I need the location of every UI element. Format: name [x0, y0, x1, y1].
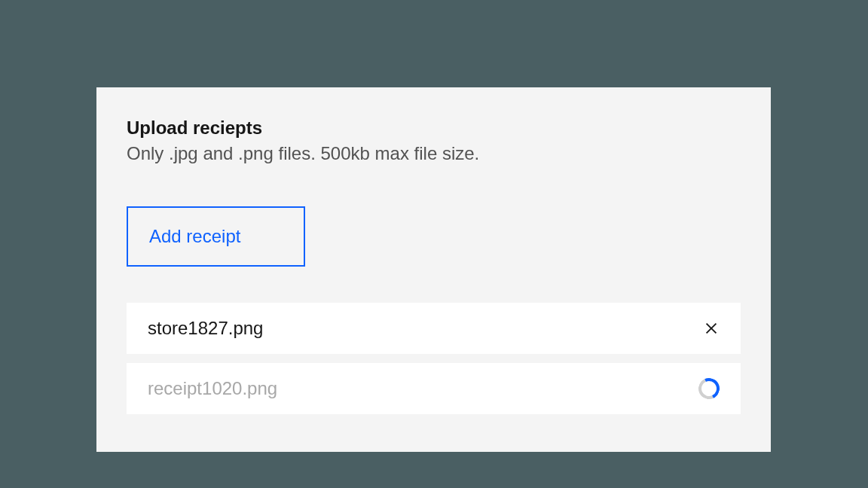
close-icon[interactable]: [703, 320, 720, 337]
upload-title: Upload reciepts: [127, 117, 741, 139]
upload-panel: Upload reciepts Only .jpg and .png files…: [96, 87, 771, 452]
upload-description: Only .jpg and .png files. 500kb max file…: [127, 143, 741, 164]
file-row: store1827.png: [127, 303, 741, 354]
file-name: store1827.png: [148, 318, 263, 339]
file-row: receipt1020.png: [127, 363, 741, 414]
loading-spinner-icon: [695, 375, 723, 402]
file-name: receipt1020.png: [148, 378, 277, 399]
file-list: store1827.png receipt1020.png: [127, 303, 741, 414]
add-receipt-button[interactable]: Add receipt: [127, 206, 305, 267]
